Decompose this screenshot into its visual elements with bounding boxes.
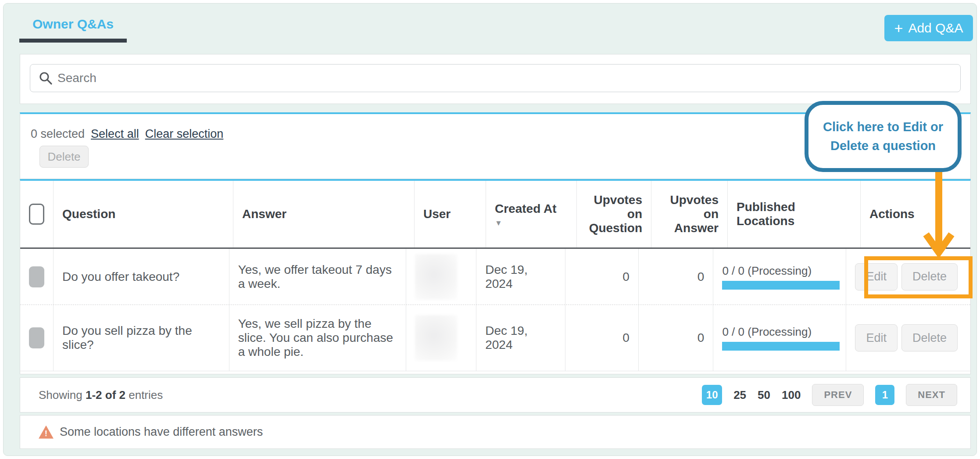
callout-text: or xyxy=(927,120,943,134)
table-footer: Showing 1-2 of 2 entries 10 25 50 100 PR… xyxy=(20,377,971,412)
header-upvotes-answer[interactable]: Upvotes on Answer xyxy=(651,181,728,247)
published-progress-bar xyxy=(722,281,840,290)
qa-table: Question Answer User Created At ▼ Upvote… xyxy=(20,179,971,374)
header-created-at[interactable]: Created At ▼ xyxy=(486,181,577,247)
search-card xyxy=(20,54,971,104)
warning-text: Some locations have different answers xyxy=(60,425,263,439)
upvotes-answer-cell: 0 xyxy=(639,305,714,371)
answer-cell: Yes, we offer takeout 7 days a week. xyxy=(229,249,407,305)
showing-pre: Showing xyxy=(39,388,86,402)
warning-icon: ! xyxy=(39,426,54,439)
selected-count: 0 selected xyxy=(31,127,85,141)
question-cell: Do you sell pizza by the slice? xyxy=(54,305,229,371)
published-status: 0 / 0 (Processing) xyxy=(722,325,840,339)
showing-post: entries xyxy=(125,388,163,402)
search-input[interactable] xyxy=(30,64,961,92)
add-qa-button[interactable]: + Add Q&A xyxy=(884,15,973,41)
callout-delete-bold: Delete xyxy=(830,139,869,153)
showing-range: 1-2 of 2 xyxy=(86,388,125,402)
header-select-all xyxy=(20,181,54,247)
owner-qas-page: Owner Q&As + Add Q&A 0 selected Select a… xyxy=(0,0,980,459)
created-at-cell: Dec 19, 2024 xyxy=(476,249,565,305)
upvotes-question-cell: 0 xyxy=(565,305,639,371)
search-icon xyxy=(39,71,53,85)
edit-button[interactable]: Edit xyxy=(855,324,898,351)
header-question[interactable]: Question xyxy=(54,181,233,247)
bulk-delete-button[interactable]: Delete xyxy=(39,146,89,168)
select-all-link[interactable]: Select all xyxy=(91,127,139,141)
next-page-button[interactable]: NEXT xyxy=(906,384,957,406)
table-row: Do you sell pizza by the slice? Yes, we … xyxy=(20,305,970,371)
header-upvotes-question[interactable]: Upvotes on Question xyxy=(577,181,651,247)
page-1-button[interactable]: 1 xyxy=(875,385,894,405)
upvotes-question-cell: 0 xyxy=(565,249,639,305)
page-size-10[interactable]: 10 xyxy=(702,385,722,405)
header-user[interactable]: User xyxy=(415,181,486,247)
row-checkbox[interactable] xyxy=(29,327,44,348)
user-avatar-redacted xyxy=(415,254,457,300)
prev-page-button[interactable]: PREV xyxy=(812,384,864,406)
callout-text: a question xyxy=(869,139,936,153)
edit-button[interactable]: Edit xyxy=(855,263,898,290)
published-progress-bar xyxy=(722,342,840,351)
answer-cell: Yes, we sell pizza by the slice. You can… xyxy=(229,305,407,371)
upvotes-answer-cell: 0 xyxy=(639,249,714,305)
callout-edit-bold: Edit xyxy=(903,120,927,134)
annotation-callout: Click here to Edit or Delete a question xyxy=(805,101,962,172)
annotation-arrow-icon xyxy=(922,171,955,258)
clear-selection-link[interactable]: Clear selection xyxy=(145,127,224,141)
select-all-checkbox[interactable] xyxy=(29,204,44,225)
page-size-25[interactable]: 25 xyxy=(733,388,746,402)
published-status: 0 / 0 (Processing) xyxy=(722,264,840,278)
table-header-row: Question Answer User Created At ▼ Upvote… xyxy=(20,181,970,249)
page-size-100[interactable]: 100 xyxy=(782,388,801,402)
created-at-cell: Dec 19, 2024 xyxy=(476,305,565,371)
add-qa-label: Add Q&A xyxy=(908,21,963,36)
row-checkbox[interactable] xyxy=(29,266,44,287)
warning-bar: ! Some locations have different answers xyxy=(20,415,971,449)
question-cell: Do you offer takeout? xyxy=(54,249,229,305)
plus-icon: + xyxy=(894,21,903,36)
header-created-at-label: Created At xyxy=(495,202,557,216)
page-size-50[interactable]: 50 xyxy=(758,388,770,402)
tab-owner-qas[interactable]: Owner Q&As xyxy=(19,17,127,43)
callout-text: Click here to xyxy=(823,120,903,134)
header-published-locations[interactable]: Published Locations xyxy=(728,181,861,247)
header-answer[interactable]: Answer xyxy=(233,181,415,247)
showing-entries: Showing 1-2 of 2 entries xyxy=(39,388,163,402)
delete-button[interactable]: Delete xyxy=(901,263,958,290)
sort-desc-icon: ▼ xyxy=(495,219,557,227)
qas-panel: Owner Q&As + Add Q&A 0 selected Select a… xyxy=(3,3,977,456)
table-row: Do you offer takeout? Yes, we offer take… xyxy=(20,249,970,305)
user-avatar-redacted xyxy=(415,315,457,361)
delete-button[interactable]: Delete xyxy=(901,324,958,351)
